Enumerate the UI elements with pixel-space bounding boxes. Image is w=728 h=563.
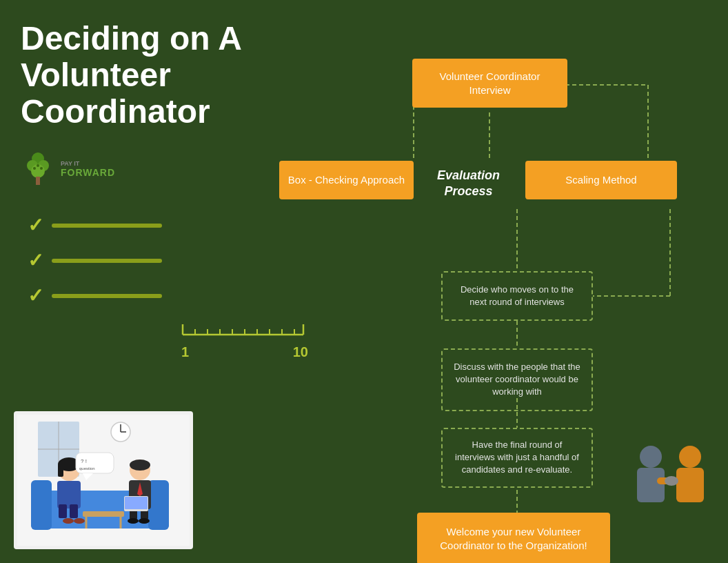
scaling-label: Scaling Method (565, 174, 636, 186)
check-item-3: ✓ (28, 284, 162, 307)
check-line-3 (52, 294, 162, 298)
check-line-2 (52, 259, 162, 263)
checklist-area: ✓ ✓ ✓ (28, 214, 162, 307)
flow-layout: Volunteer Coordinator Interview Box - Ch… (276, 59, 717, 542)
title-line2: Volunteer (21, 57, 171, 93)
svg-point-52 (74, 518, 85, 524)
tree-icon (21, 152, 55, 186)
interview-illustration: ? ! question (14, 411, 193, 549)
logo-area: PAY IT FORWARD (21, 152, 115, 186)
logo-text: PAY IT FORWARD (61, 160, 115, 178)
interview-svg: ? ! question (17, 415, 190, 546)
discuss-label: Discuss with the people that the volunte… (454, 362, 580, 397)
svg-rect-4 (36, 177, 40, 185)
eval-process-label: Evaluation Process (418, 168, 518, 200)
decide-box: Decide who moves on to the next round of… (441, 271, 593, 321)
logo-forward: FORWARD (61, 167, 115, 178)
svg-point-51 (63, 518, 74, 524)
check-item-2: ✓ (28, 249, 162, 272)
check-item-1: ✓ (28, 214, 162, 237)
checkmark-2: ✓ (28, 249, 43, 272)
checking-label: Box - Checking Approach (288, 174, 405, 186)
svg-point-50 (139, 518, 150, 524)
svg-point-6 (40, 167, 43, 170)
svg-point-7 (37, 164, 39, 167)
svg-text:question: question (79, 466, 95, 471)
title-line3: Coordinator (21, 93, 210, 130)
svg-rect-37 (59, 504, 67, 518)
vol-interview-box: Volunteer Coordinator Interview (412, 59, 567, 108)
scaling-method-box: Scaling Method (525, 161, 677, 199)
decide-label: Decide who moves on to the next round of… (461, 284, 574, 307)
check-line-1 (52, 224, 162, 228)
svg-rect-38 (70, 504, 78, 518)
svg-point-44 (130, 460, 150, 471)
svg-text:? !: ? ! (81, 458, 87, 464)
welcome-label: Welcome your new Volunteer Coordinator t… (440, 526, 587, 551)
final-box: Have the final round of interviews with … (441, 428, 593, 488)
main-title: Deciding on A Volunteer Coordinator (21, 21, 276, 130)
flowchart-container: Volunteer Coordinator Interview Box - Ch… (276, 59, 717, 555)
checkmark-1: ✓ (28, 214, 43, 237)
discuss-box: Discuss with the people that the volunte… (441, 348, 593, 411)
box-checking: Box - Checking Approach (279, 161, 414, 199)
svg-rect-35 (58, 464, 63, 477)
svg-rect-30 (83, 511, 124, 517)
svg-point-5 (33, 167, 36, 170)
logo-pay: PAY IT (61, 160, 115, 167)
title-line1: Deciding on A (21, 20, 242, 57)
svg-point-49 (128, 518, 139, 524)
eval-process-box: Evaluation Process (415, 161, 522, 207)
final-label: Have the final round of interviews with … (455, 439, 579, 475)
ruler-min: 1 (181, 344, 189, 360)
svg-rect-54 (125, 497, 148, 509)
vol-interview-label: Volunteer Coordinator Interview (440, 70, 540, 96)
checkmark-3: ✓ (28, 284, 43, 307)
svg-rect-29 (148, 480, 169, 530)
title-area: Deciding on A Volunteer Coordinator (21, 21, 276, 130)
svg-rect-28 (31, 480, 52, 530)
welcome-box: Welcome your new Volunteer Coordinator t… (417, 513, 610, 563)
